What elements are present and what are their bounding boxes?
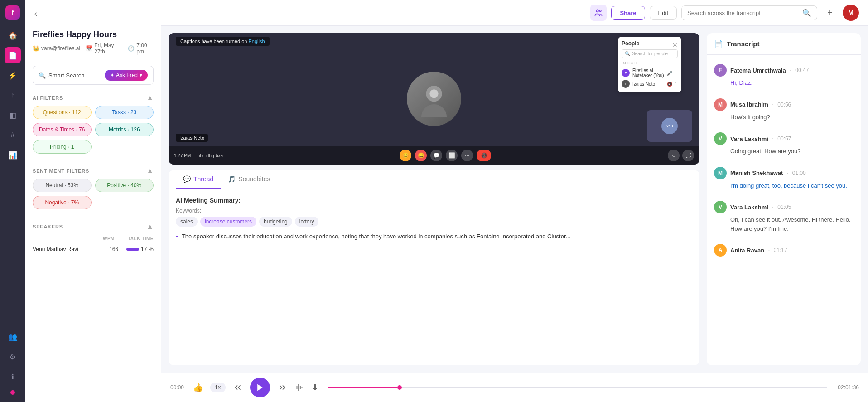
keyword-budgeting[interactable]: budgeting: [259, 217, 292, 227]
edit-button[interactable]: Edit: [650, 6, 677, 20]
transcript-entry-4[interactable]: V Vara Lakshmi · 01:05 Oh, I can see it …: [707, 195, 861, 238]
screen-ctrl-btn[interactable]: ⬜: [446, 150, 458, 161]
dates-times-filter[interactable]: Dates & Times · 76: [33, 123, 92, 136]
meeting-meta: 👑 vara@fireflies.ai 📅 Fri, May 27th 🕐 7:…: [25, 42, 161, 60]
nav-home[interactable]: 🏠: [5, 27, 21, 44]
team-icon-button[interactable]: [590, 5, 607, 21]
negative-filter[interactable]: Negative · 7%: [33, 196, 92, 209]
in-call-label: In call: [622, 61, 678, 65]
back-button[interactable]: ‹: [33, 7, 39, 20]
progress-dot: [397, 385, 402, 390]
people-item-0: F Fireflies.ai Notetaker (You) 🎤 ⋮: [622, 67, 678, 79]
search-transcript-icon: 🔍: [802, 9, 811, 17]
tasks-filter[interactable]: Tasks · 23: [95, 106, 154, 119]
pip-avatar: You: [661, 118, 678, 134]
thread-tab-content: AI Meeting Summary: Keywords: sales incr…: [169, 189, 699, 365]
tab-thread[interactable]: 💬 Thread: [176, 170, 221, 189]
speakers-section-header: SPEAKERS ▲: [25, 219, 161, 234]
transcript-panel: 📄 Transcript F Fatema Umrethwala · 00:47…: [707, 33, 861, 365]
transcript-search-input[interactable]: [687, 10, 799, 16]
keyword-lottery[interactable]: lottery: [295, 217, 319, 227]
people-search[interactable]: 🔍 Search for people: [622, 49, 678, 58]
search-icon: 🔍: [39, 72, 46, 79]
player-controls: 👍 1×: [193, 378, 318, 397]
divider-2: [33, 217, 154, 217]
speakers-table-header: WPM TALK TIME: [33, 234, 154, 243]
smart-search-label: 🔍 Smart Search: [39, 72, 84, 79]
entry-avatar-0: F: [714, 64, 727, 77]
close-people-icon[interactable]: ✕: [672, 41, 678, 48]
table-row[interactable]: Venu Madhav Ravi 166 17%: [33, 243, 154, 255]
collapse-icon[interactable]: ▲: [146, 94, 154, 102]
svg-point-3: [421, 104, 447, 117]
keyword-increase-customers[interactable]: increase customers: [200, 217, 256, 227]
transcript-search-bar: 🔍: [681, 5, 817, 20]
progress-bar-container[interactable]: [328, 387, 827, 388]
sentiment-filters-header: SENTIMENT FILTERS ▲: [25, 163, 161, 179]
metrics-filter[interactable]: Metrics · 126: [95, 123, 154, 136]
speed-button[interactable]: 1×: [210, 383, 226, 392]
plus-button[interactable]: +: [822, 5, 838, 21]
sentiment-filter-grid: Neutral · 53% Positive · 40% Negative · …: [25, 179, 161, 215]
like-button[interactable]: 👍: [193, 383, 203, 392]
tabs-header: 💬 Thread 🎵 Soundbites: [169, 170, 699, 189]
fullscreen-btn[interactable]: ⛶: [682, 150, 694, 161]
end-call-btn[interactable]: 📵: [477, 150, 491, 161]
user-avatar[interactable]: M: [843, 5, 859, 21]
transcript-entry-3[interactable]: M Manish Shekhawat · 01:00 I'm doing gre…: [707, 161, 861, 196]
collapse-speakers-icon[interactable]: ▲: [146, 223, 154, 231]
download-button[interactable]: ⬇: [312, 383, 318, 392]
nav-hash[interactable]: #: [5, 127, 21, 143]
entry-avatar-2: V: [714, 132, 727, 145]
mic-icon-0[interactable]: 🎤: [667, 71, 672, 76]
waveform-button[interactable]: [294, 383, 304, 392]
mic-muted-icon-1[interactable]: 🔇: [667, 82, 672, 87]
nav-chart[interactable]: 📊: [5, 147, 21, 163]
people-item-1: I Izaias Neto 🔇 ⋮: [622, 79, 678, 89]
nav-people[interactable]: 👥: [5, 329, 21, 345]
more-icon-1[interactable]: ⋮: [673, 82, 678, 87]
rewind-button[interactable]: [233, 383, 243, 392]
video-pip: You: [647, 110, 692, 142]
pricing-filter[interactable]: Pricing · 1: [33, 140, 92, 154]
play-button[interactable]: [250, 378, 270, 397]
tab-soundbites[interactable]: 🎵 Soundbites: [221, 170, 277, 189]
chat-ctrl-btn[interactable]: 💬: [430, 150, 442, 161]
transcript-entry-0[interactable]: F Fatema Umrethwala · 00:47 Hi, Diaz.: [707, 58, 861, 93]
ask-fred-button[interactable]: ✦ Ask Fred ▾: [105, 70, 148, 81]
svg-point-1: [600, 10, 601, 11]
nav-info[interactable]: ℹ: [5, 368, 21, 385]
content-area: Izaias Neto You People ✕: [161, 26, 868, 373]
transcript-entry-1[interactable]: M Musa Ibrahim · 00:56 How's it going?: [707, 93, 861, 127]
top-bar: Share Edit 🔍 + M: [161, 0, 868, 26]
keyword-sales[interactable]: sales: [176, 217, 198, 227]
participant-avatar-0: F: [622, 69, 630, 77]
entry-avatar-1: M: [714, 98, 727, 111]
share-button[interactable]: Share: [611, 6, 645, 20]
circle-ctrl-btn[interactable]: ○: [668, 150, 680, 161]
video-person-avatar: [407, 72, 461, 126]
entry-avatar-4: V: [714, 201, 727, 213]
soundbites-icon: 🎵: [228, 175, 236, 183]
collapse-sentiment-icon[interactable]: ▲: [146, 167, 154, 175]
speakers-table: WPM TALK TIME Venu Madhav Ravi 166 17%: [25, 234, 161, 261]
nav-settings[interactable]: ⚙: [5, 349, 21, 365]
meeting-time: 🕐 7:00 pm: [128, 42, 154, 55]
nav-layers[interactable]: ◧: [5, 107, 21, 123]
transcript-entry-5[interactable]: A Anita Ravan · 01:17: [707, 238, 861, 264]
nav-notes[interactable]: 📄: [5, 47, 21, 63]
more-ctrl-btn[interactable]: ⋯: [461, 150, 473, 161]
questions-filter[interactable]: Questions · 112: [33, 106, 92, 119]
video-thread-area: Izaias Neto You People ✕: [169, 33, 699, 365]
positive-filter[interactable]: Positive · 40%: [95, 179, 154, 192]
app-logo[interactable]: f: [5, 5, 20, 20]
forward-button[interactable]: [277, 383, 287, 392]
emoji-ctrl-btn[interactable]: 😊: [400, 150, 411, 161]
ai-filters-header: AI FILTERS ▲: [25, 90, 161, 106]
more-icon-0[interactable]: ⋮: [673, 71, 678, 76]
smiley-ctrl-btn[interactable]: 😄: [415, 150, 427, 161]
nav-upload[interactable]: ↑: [5, 87, 21, 103]
transcript-entry-2[interactable]: V Vara Lakshmi · 00:57 Going great. How …: [707, 127, 861, 161]
nav-lightning[interactable]: ⚡: [5, 67, 21, 83]
neutral-filter[interactable]: Neutral · 53%: [33, 179, 92, 192]
